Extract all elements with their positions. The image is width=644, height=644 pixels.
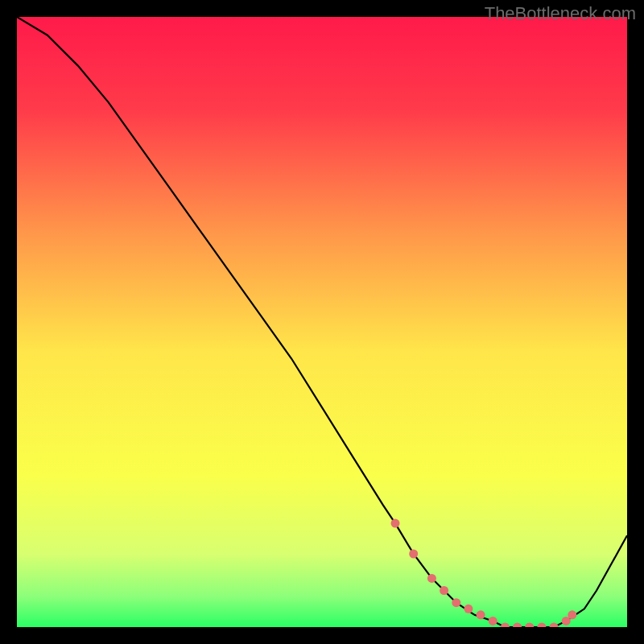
marker-point: [391, 519, 400, 528]
marker-point: [409, 550, 418, 559]
marker-point: [440, 586, 448, 595]
marker-point: [427, 574, 436, 583]
marker-point: [477, 610, 485, 619]
marker-point: [550, 623, 559, 628]
marker-point: [525, 623, 534, 628]
marker-point: [501, 623, 510, 628]
marker-point: [537, 623, 546, 628]
marker-point: [513, 623, 522, 628]
marker-point: [452, 598, 460, 607]
attribution-text: TheBottleneck.com: [485, 3, 636, 24]
plot-area: [17, 17, 627, 627]
markers-group: [391, 519, 577, 627]
marker-point: [464, 605, 473, 613]
marker-point: [568, 610, 576, 619]
bottleneck-curve: [17, 17, 627, 627]
marker-point: [489, 617, 497, 625]
chart-svg: [17, 17, 627, 627]
